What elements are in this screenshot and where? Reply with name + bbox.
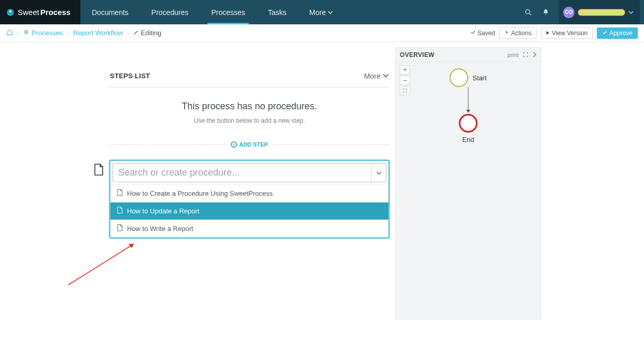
saved-label: Saved [478, 30, 495, 37]
chevron-right-icon[interactable] [533, 50, 537, 60]
procedure-search-row [113, 163, 386, 182]
svg-line-3 [529, 13, 531, 15]
dropdown-list: How to Create a Procedure Using SweetPro… [110, 184, 388, 237]
chevron-down-icon [383, 72, 389, 80]
steps-column: STEPS LIST More This process has no proc… [109, 47, 390, 320]
nav-processes[interactable]: Processes [200, 0, 256, 24]
empty-title: This process has no procedures. [109, 101, 390, 112]
brand-icon [6, 8, 15, 17]
dropdown-option-label: How to Update a Report [127, 207, 199, 215]
chevron-down-icon [376, 168, 382, 178]
actions-label: Actions [511, 30, 531, 37]
breadcrumb-workflow[interactable]: Report Workflow [73, 29, 123, 37]
plus-circle-icon [231, 141, 237, 148]
view-version-label: View Version [552, 30, 587, 37]
breadcrumb: › Processes › Report Workflow › Editing [6, 29, 161, 37]
flow-end: End [459, 114, 478, 143]
chevron-right-icon: › [127, 30, 129, 36]
subheader-actions: Saved Actions View Version Approve [470, 27, 638, 39]
dropdown-option[interactable]: How to Update a Report [110, 202, 388, 220]
dropdown-toggle[interactable] [371, 164, 386, 182]
view-version-button[interactable]: View Version [541, 27, 593, 39]
flow-start: Start [450, 68, 486, 87]
end-label: End [462, 136, 474, 143]
nav-more[interactable]: More [298, 0, 345, 24]
steps-more-label: More [364, 72, 381, 80]
start-node[interactable] [450, 68, 468, 87]
procedure-search-input[interactable] [113, 164, 371, 182]
user-name-redacted [578, 9, 625, 16]
document-icon [117, 207, 123, 215]
content: STEPS LIST More This process has no proc… [0, 42, 644, 320]
primary-nav: Documents Procedures Processes Tasks Mor… [80, 0, 344, 24]
brand-text: SweetProcess [18, 8, 71, 17]
breadcrumb-current-label: Editing [141, 29, 162, 37]
procedure-search-block: How to Create a Procedure Using SweetPro… [109, 160, 390, 239]
breadcrumb-home[interactable] [6, 29, 13, 37]
steps-header: STEPS LIST More [109, 65, 390, 88]
saved-status: Saved [470, 30, 495, 37]
topbar-right: CO [524, 0, 644, 24]
breadcrumb-current: Editing [133, 29, 162, 37]
overview-title: OVERVIEW [400, 51, 435, 59]
stack-icon [23, 29, 30, 37]
svg-point-1 [9, 10, 11, 12]
breadcrumb-processes[interactable]: Processes [23, 29, 63, 37]
search-icon[interactable] [524, 8, 533, 17]
brand-light: Sweet [18, 8, 39, 17]
brand[interactable]: SweetProcess [0, 0, 80, 24]
steps-title: STEPS LIST [110, 72, 150, 80]
nav-documents[interactable]: Documents [80, 0, 140, 24]
actions-button[interactable]: Actions [499, 27, 537, 39]
nav-procedures[interactable]: Procedures [140, 0, 200, 24]
dropdown-option[interactable]: How to Write a Report [110, 220, 388, 237]
expand-icon[interactable] [523, 50, 528, 60]
add-step-divider: ADD STEP [109, 140, 390, 149]
flow-connector [465, 87, 471, 114]
chevron-down-icon [328, 8, 333, 17]
brand-bold: Process [40, 8, 71, 17]
approve-label: Approve [609, 30, 633, 37]
start-label: Start [472, 74, 486, 82]
empty-subtitle: Use the button below to add a new step. [109, 117, 390, 124]
document-icon [117, 224, 123, 233]
avatar: CO [563, 7, 575, 18]
add-step-label: ADD STEP [239, 141, 268, 148]
overview-panel: OVERVIEW print + – Start En [395, 47, 541, 320]
nav-procedures-label: Procedures [151, 8, 189, 17]
top-nav: SweetProcess Documents Procedures Proces… [0, 0, 644, 24]
play-icon [546, 30, 550, 37]
document-icon [117, 189, 123, 198]
flow-diagram: Start End [396, 68, 541, 143]
pencil-icon [133, 29, 139, 37]
document-icon [93, 164, 104, 178]
dropdown-option-label: How to Write a Report [127, 225, 193, 233]
approve-button[interactable]: Approve [597, 27, 638, 39]
nav-tasks-label: Tasks [268, 8, 287, 17]
add-step-button[interactable]: ADD STEP [227, 141, 272, 148]
chevron-down-icon [628, 8, 634, 17]
subheader: › Processes › Report Workflow › Editing … [0, 24, 644, 42]
check-icon [602, 30, 607, 37]
end-node[interactable] [459, 114, 478, 133]
procedure-dropdown: How to Create a Procedure Using SweetPro… [109, 160, 390, 239]
steps-more-menu[interactable]: More [364, 72, 389, 80]
nav-tasks[interactable]: Tasks [257, 0, 298, 24]
overview-header: OVERVIEW print [396, 48, 541, 62]
nav-processes-label: Processes [211, 8, 245, 17]
chevron-right-icon: › [67, 30, 69, 36]
breadcrumb-workflow-label: Report Workflow [73, 29, 123, 37]
user-menu[interactable]: CO [559, 0, 640, 24]
chevron-right-icon: › [17, 30, 19, 36]
dropdown-option[interactable]: How to Create a Procedure Using SweetPro… [110, 184, 388, 202]
check-icon [470, 30, 476, 37]
home-icon [6, 29, 13, 37]
overview-header-actions: print [508, 50, 537, 60]
print-button[interactable]: print [508, 52, 519, 58]
bell-icon[interactable] [542, 8, 550, 16]
bolt-icon [505, 30, 509, 37]
avatar-initials: CO [565, 9, 573, 15]
nav-documents-label: Documents [92, 8, 129, 17]
svg-point-4 [545, 14, 547, 15]
empty-state: This process has no procedures. Use the … [109, 88, 390, 124]
